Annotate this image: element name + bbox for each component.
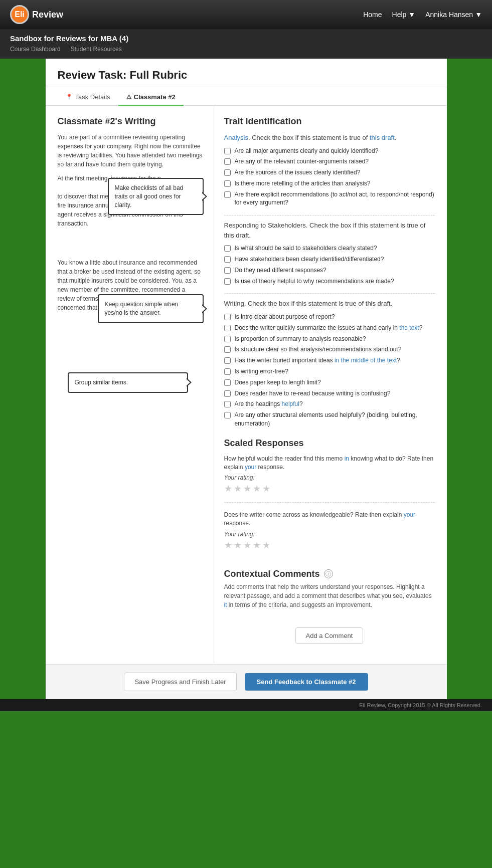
stakeholders-group: Responding to Stakeholders. Check the bo… (224, 221, 435, 285)
trait-checkbox-w10[interactable] (224, 412, 231, 418)
trait-item: Are the sources of the issues clearly id… (224, 168, 435, 177)
tooltip-area-1: At the first meeting, insurance for the … (58, 174, 204, 228)
student-resources-link[interactable]: Student Resources (71, 46, 122, 54)
tab-task-details[interactable]: 📍 Task Details (58, 89, 118, 106)
contextual-desc: Add comments that help the writers under… (224, 582, 435, 609)
tab-classmate-2[interactable]: ⚠ Classmate #2 (118, 89, 184, 106)
trait-checkbox-a4[interactable] (224, 180, 231, 187)
tooltip-3: Group similar items. (68, 372, 188, 393)
rating-label-2: Your rating: (224, 531, 435, 538)
trait-checkbox-a5[interactable] (224, 191, 231, 198)
star-1[interactable]: ★ (224, 483, 232, 494)
trait-checkbox-w5[interactable] (224, 357, 231, 364)
course-bar: Sandbox for Reviews for MBA (4) Course D… (0, 29, 492, 59)
info-icon[interactable]: ⓘ (324, 569, 333, 578)
star-rating-2[interactable]: ★ ★ ★ ★ ★ (224, 540, 435, 551)
send-feedback-button[interactable]: Send Feedback to Classmate #2 (245, 673, 368, 691)
content-columns: Classmate #2's Writing You are part of a… (46, 106, 447, 664)
chevron-down-icon: ▼ (475, 11, 482, 19)
trait-checkbox-w7[interactable] (224, 379, 231, 386)
trait-checkbox-w1[interactable] (224, 314, 231, 320)
trait-checkbox-a3[interactable] (224, 169, 231, 176)
main-wrapper: Review Task: Full Rubric 📍 Task Details … (46, 59, 447, 699)
trait-item: Are any of the relevant counter-argument… (224, 157, 435, 166)
trait-checkbox-w4[interactable] (224, 346, 231, 353)
save-progress-button[interactable]: Save Progress and Finish Later (124, 673, 236, 691)
page-title: Review Task: Full Rubric (58, 69, 435, 82)
trait-item: Is intro clear about purpose of report? (224, 313, 435, 321)
scaled-responses-title: Scaled Responses (224, 438, 435, 449)
nav-user[interactable]: Annika Hansen ▼ (425, 11, 482, 19)
divider (224, 215, 435, 215)
trait-checkbox-w6[interactable] (224, 368, 231, 375)
trait-checkbox-a2[interactable] (224, 158, 231, 165)
stakeholders-label: Responding to Stakeholders. Check the bo… (224, 221, 435, 240)
trait-checkbox-w8[interactable] (224, 390, 231, 397)
scaled-question-1: How helpful would the reader find this m… (224, 455, 435, 472)
trait-checkbox-w3[interactable] (224, 336, 231, 342)
chevron-down-icon: ▼ (408, 11, 415, 19)
course-title: Sandbox for Reviews for MBA (4) (10, 34, 482, 43)
left-column: Classmate #2's Writing You are part of a… (46, 106, 214, 664)
writing-label: Writing. Check the box if this statement… (224, 299, 435, 309)
star-1[interactable]: ★ (224, 540, 232, 551)
nav-home[interactable]: Home (363, 11, 382, 19)
writing-section-title: Classmate #2's Writing (58, 116, 204, 127)
logo-text: Review (32, 10, 63, 20)
star-2[interactable]: ★ (234, 483, 242, 494)
trait-item: Are there explicit recommendations (to a… (224, 190, 435, 207)
logo-circle: Eli (10, 5, 29, 24)
trait-checkbox-s3[interactable] (224, 267, 231, 274)
rating-label-1: Your rating: (224, 474, 435, 481)
trait-item: Does reader have to re-read because writ… (224, 389, 435, 398)
contextual-header: Contextual Comments ⓘ (224, 569, 435, 579)
trait-checkbox-w2[interactable] (224, 325, 231, 331)
tabs: 📍 Task Details ⚠ Classmate #2 (46, 89, 447, 106)
course-dashboard-link[interactable]: Course Dashboard (10, 46, 61, 54)
writing-text: You are part of a committee reviewing op… (58, 133, 204, 393)
trait-item: Are all major arguments clearly and quic… (224, 147, 435, 155)
trait-id-title: Trait Identification (224, 116, 435, 127)
trait-checkbox-w9[interactable] (224, 401, 231, 407)
add-comment-button[interactable]: Add a Comment (295, 627, 364, 644)
star-4[interactable]: ★ (253, 483, 261, 494)
divider (224, 293, 435, 294)
nav-help[interactable]: Help ▼ (392, 11, 416, 19)
star-3[interactable]: ★ (243, 540, 251, 551)
tooltip-2: Keep question simple when yes/no is the … (98, 294, 204, 323)
star-rating-1[interactable]: ★ ★ ★ ★ ★ (224, 483, 435, 494)
course-nav: Course Dashboard Student Resources (10, 46, 482, 54)
trait-item: Are the headings helpful? (224, 400, 435, 408)
star-3[interactable]: ★ (243, 483, 251, 494)
trait-checkbox-s4[interactable] (224, 278, 231, 285)
contextual-title: Contextual Comments (224, 569, 320, 579)
tooltip-1: Make checklists of all bad traits or all… (108, 178, 204, 215)
scaled-responses-section: Scaled Responses How helpful would the r… (224, 438, 435, 559)
writing-para-1: You are part of a committee reviewing op… (58, 133, 204, 169)
add-comment-area: Add a Comment (224, 617, 435, 654)
trait-checkbox-s2[interactable] (224, 256, 231, 263)
pin-icon: 📍 (66, 94, 73, 100)
trait-item: Are any other structural elements used h… (224, 411, 435, 428)
trait-checkbox-s1[interactable] (224, 245, 231, 252)
trait-item: Have stakeholders been clearly identifie… (224, 255, 435, 264)
star-2[interactable]: ★ (234, 540, 242, 551)
warning-icon: ⚠ (126, 94, 131, 100)
logo-letter: Eli (15, 10, 25, 19)
logo: Eli Review (10, 5, 63, 24)
analysis-label: Analysis. Check the box if this statemen… (224, 133, 435, 143)
star-4[interactable]: ★ (253, 540, 261, 551)
trait-checkbox-a1[interactable] (224, 148, 231, 154)
header: Eli Review Home Help ▼ Annika Hansen ▼ (0, 0, 492, 29)
scaled-item-2: Does the writer come across as knowledge… (224, 511, 435, 559)
trait-item: Is structure clear so that analysis/reco… (224, 345, 435, 354)
star-5[interactable]: ★ (262, 483, 270, 494)
trait-item: Is writing error-free? (224, 367, 435, 376)
trait-item: Is what should be said to stakeholders c… (224, 244, 435, 253)
contextual-comments-section: Contextual Comments ⓘ Add comments that … (224, 569, 435, 654)
trait-item: Is proportion of summary to analysis rea… (224, 335, 435, 343)
scaled-item-1: How helpful would the reader find this m… (224, 455, 435, 503)
copyright: Eli Review, Copyright 2015 © All Rights … (0, 699, 492, 711)
trait-item: Is use of theory helpful to why recommen… (224, 277, 435, 286)
star-5[interactable]: ★ (262, 540, 270, 551)
